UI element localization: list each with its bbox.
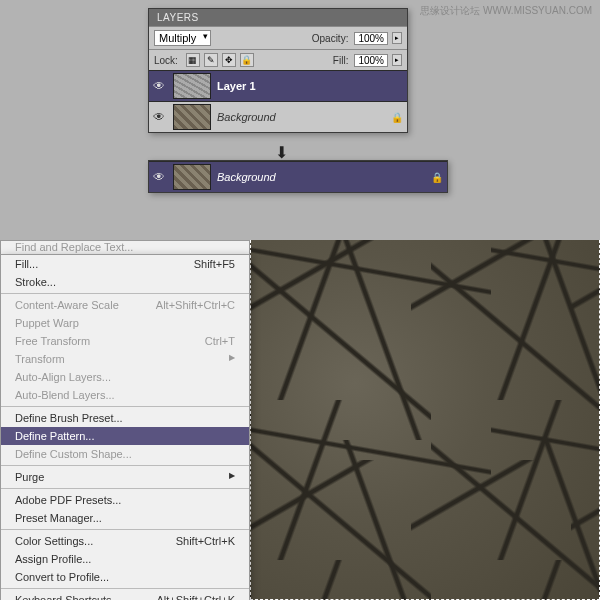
watermark-text: 思缘设计论坛 WWW.MISSYUAN.COM: [420, 4, 592, 18]
menu-item-assign-profile[interactable]: Assign Profile...: [1, 550, 249, 568]
layer-name[interactable]: Background: [217, 171, 276, 183]
menu-item-truncated: Find and Replace Text...: [0, 240, 250, 254]
layer-name[interactable]: Layer 1: [217, 80, 256, 92]
lock-all-icon[interactable]: 🔒: [240, 53, 254, 67]
menu-item-define-brush-preset[interactable]: Define Brush Preset...: [1, 409, 249, 427]
menu-item-shortcut: Shift+Ctrl+K: [176, 535, 235, 547]
menu-item-stroke[interactable]: Stroke...: [1, 273, 249, 291]
menu-item-free-transform: Free TransformCtrl+T: [1, 332, 249, 350]
layer-thumbnail[interactable]: [173, 73, 211, 99]
fill-slider-icon[interactable]: ▸: [392, 54, 402, 66]
opacity-label: Opacity:: [312, 33, 349, 44]
menu-item-convert-to-profile[interactable]: Convert to Profile...: [1, 568, 249, 586]
visibility-icon[interactable]: 👁: [153, 79, 167, 93]
menu-item-define-custom-shape: Define Custom Shape...: [1, 445, 249, 463]
menu-item-label: Purge: [15, 471, 44, 483]
lock-pixels-icon[interactable]: ✎: [204, 53, 218, 67]
menu-item-label: Define Brush Preset...: [15, 412, 123, 424]
menu-separator: [1, 529, 249, 530]
menu-item-label: Preset Manager...: [15, 512, 102, 524]
menu-separator: [1, 488, 249, 489]
menu-item-shortcut: Shift+F5: [194, 258, 235, 270]
layer-row-merged-background[interactable]: 👁 Background 🔒: [149, 161, 447, 192]
menu-item-label: Fill...: [15, 258, 38, 270]
menu-item-label: Adobe PDF Presets...: [15, 494, 121, 506]
submenu-arrow-icon: ▶: [229, 353, 235, 365]
menu-item-label: Transform: [15, 353, 65, 365]
menu-item-shortcut: Alt+Shift+Ctrl+C: [156, 299, 235, 311]
menu-item-puppet-warp: Puppet Warp: [1, 314, 249, 332]
menu-item-fill[interactable]: Fill...Shift+F5: [1, 255, 249, 273]
menu-item-transform: Transform▶: [1, 350, 249, 368]
menu-item-label: Auto-Align Layers...: [15, 371, 111, 383]
menu-item-content-aware-scale: Content-Aware ScaleAlt+Shift+Ctrl+C: [1, 296, 249, 314]
lock-label: Lock:: [154, 55, 178, 66]
layer-thumbnail[interactable]: [173, 104, 211, 130]
menu-item-label: Auto-Blend Layers...: [15, 389, 115, 401]
visibility-icon[interactable]: 👁: [153, 170, 167, 184]
menu-item-label: Define Custom Shape...: [15, 448, 132, 460]
menu-separator: [1, 588, 249, 589]
menu-item-adobe-pdf-presets[interactable]: Adobe PDF Presets...: [1, 491, 249, 509]
layer-row-background[interactable]: 👁 Background 🔒: [149, 101, 407, 132]
layer-row-layer1[interactable]: 👁 Layer 1: [149, 70, 407, 101]
layers-panel: LAYERS Multiply Opacity: 100% ▸ Lock: ▦ …: [148, 8, 408, 133]
menu-item-color-settings[interactable]: Color Settings...Shift+Ctrl+K: [1, 532, 249, 550]
blend-mode-select[interactable]: Multiply: [154, 30, 211, 46]
visibility-icon[interactable]: 👁: [153, 110, 167, 124]
fill-value[interactable]: 100%: [354, 54, 388, 67]
menu-item-label: Define Pattern...: [15, 430, 95, 442]
fill-label: Fill:: [333, 55, 349, 66]
lock-transparent-icon[interactable]: ▦: [186, 53, 200, 67]
lock-indicator-icon: 🔒: [391, 112, 403, 123]
lock-icons-group: ▦ ✎ ✥ 🔒: [186, 53, 254, 67]
lock-indicator-icon: 🔒: [431, 172, 443, 183]
opacity-slider-icon[interactable]: ▸: [392, 32, 402, 44]
menu-item-label: Free Transform: [15, 335, 90, 347]
menu-item-label: Keyboard Shortcuts...: [15, 594, 121, 600]
menu-separator: [1, 293, 249, 294]
menu-item-purge[interactable]: Purge▶: [1, 468, 249, 486]
submenu-arrow-icon: ▶: [229, 471, 235, 483]
menu-separator: [1, 465, 249, 466]
layer-name[interactable]: Background: [217, 111, 276, 123]
menu-item-label: Puppet Warp: [15, 317, 79, 329]
menu-item-define-pattern[interactable]: Define Pattern...: [1, 427, 249, 445]
menu-item-label: Content-Aware Scale: [15, 299, 119, 311]
menu-item-label: Assign Profile...: [15, 553, 91, 565]
menu-item-shortcut: Alt+Shift+Ctrl+K: [156, 594, 235, 600]
menu-item-label: Color Settings...: [15, 535, 93, 547]
merged-layers-panel: 👁 Background 🔒: [148, 160, 448, 193]
lock-row: Lock: ▦ ✎ ✥ 🔒 Fill: 100% ▸: [149, 49, 407, 70]
opacity-value[interactable]: 100%: [354, 32, 388, 45]
menu-item-keyboard-shortcuts[interactable]: Keyboard Shortcuts...Alt+Shift+Ctrl+K: [1, 591, 249, 600]
menu-item-auto-align-layers: Auto-Align Layers...: [1, 368, 249, 386]
lock-position-icon[interactable]: ✥: [222, 53, 236, 67]
menu-item-shortcut: Ctrl+T: [205, 335, 235, 347]
layer-thumbnail[interactable]: [173, 164, 211, 190]
layers-tab[interactable]: LAYERS: [149, 9, 207, 26]
texture-preview: [250, 240, 600, 600]
blend-mode-row: Multiply Opacity: 100% ▸: [149, 26, 407, 49]
menu-separator: [1, 406, 249, 407]
menu-item-preset-manager[interactable]: Preset Manager...: [1, 509, 249, 527]
edit-menu: Fill...Shift+F5Stroke...Content-Aware Sc…: [0, 254, 250, 600]
menu-item-label: Stroke...: [15, 276, 56, 288]
menu-item-auto-blend-layers: Auto-Blend Layers...: [1, 386, 249, 404]
menu-item-label: Convert to Profile...: [15, 571, 109, 583]
